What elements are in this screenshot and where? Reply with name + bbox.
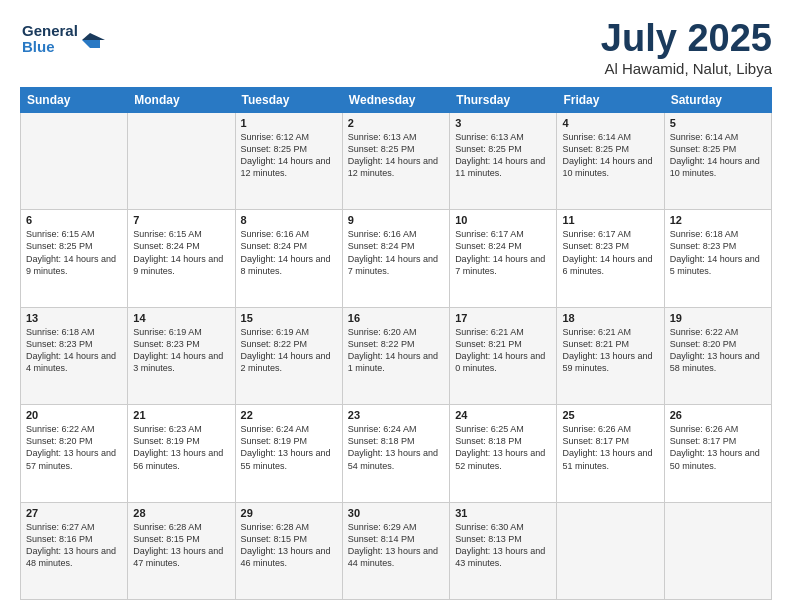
calendar-cell <box>557 502 664 599</box>
calendar-cell: 12Sunrise: 6:18 AM Sunset: 8:23 PM Dayli… <box>664 210 771 307</box>
calendar-week-5: 27Sunrise: 6:27 AM Sunset: 8:16 PM Dayli… <box>21 502 772 599</box>
day-number: 23 <box>348 409 444 421</box>
day-number: 4 <box>562 117 658 129</box>
col-wednesday: Wednesday <box>342 87 449 112</box>
logo-svg: General Blue <box>20 18 110 58</box>
day-number: 7 <box>133 214 229 226</box>
day-number: 6 <box>26 214 122 226</box>
calendar-cell: 22Sunrise: 6:24 AM Sunset: 8:19 PM Dayli… <box>235 405 342 502</box>
svg-marker-3 <box>82 33 105 40</box>
calendar-cell: 5Sunrise: 6:14 AM Sunset: 8:25 PM Daylig… <box>664 112 771 209</box>
calendar-cell: 10Sunrise: 6:17 AM Sunset: 8:24 PM Dayli… <box>450 210 557 307</box>
day-number: 5 <box>670 117 766 129</box>
day-number: 1 <box>241 117 337 129</box>
col-sunday: Sunday <box>21 87 128 112</box>
day-number: 28 <box>133 507 229 519</box>
col-thursday: Thursday <box>450 87 557 112</box>
logo: General Blue <box>20 18 110 58</box>
col-tuesday: Tuesday <box>235 87 342 112</box>
day-number: 18 <box>562 312 658 324</box>
day-number: 3 <box>455 117 551 129</box>
cell-info: Sunrise: 6:15 AM Sunset: 8:24 PM Dayligh… <box>133 228 229 277</box>
day-number: 8 <box>241 214 337 226</box>
cell-info: Sunrise: 6:18 AM Sunset: 8:23 PM Dayligh… <box>670 228 766 277</box>
calendar-week-1: 1Sunrise: 6:12 AM Sunset: 8:25 PM Daylig… <box>21 112 772 209</box>
day-number: 27 <box>26 507 122 519</box>
calendar-cell: 24Sunrise: 6:25 AM Sunset: 8:18 PM Dayli… <box>450 405 557 502</box>
cell-info: Sunrise: 6:26 AM Sunset: 8:17 PM Dayligh… <box>562 423 658 472</box>
col-friday: Friday <box>557 87 664 112</box>
page: General Blue July 2025 Al Hawamid, Nalut… <box>0 0 792 612</box>
calendar-cell: 25Sunrise: 6:26 AM Sunset: 8:17 PM Dayli… <box>557 405 664 502</box>
calendar-cell: 19Sunrise: 6:22 AM Sunset: 8:20 PM Dayli… <box>664 307 771 404</box>
cell-info: Sunrise: 6:19 AM Sunset: 8:22 PM Dayligh… <box>241 326 337 375</box>
calendar-cell: 6Sunrise: 6:15 AM Sunset: 8:25 PM Daylig… <box>21 210 128 307</box>
calendar-cell: 15Sunrise: 6:19 AM Sunset: 8:22 PM Dayli… <box>235 307 342 404</box>
day-number: 25 <box>562 409 658 421</box>
calendar-cell: 30Sunrise: 6:29 AM Sunset: 8:14 PM Dayli… <box>342 502 449 599</box>
calendar-cell: 4Sunrise: 6:14 AM Sunset: 8:25 PM Daylig… <box>557 112 664 209</box>
cell-info: Sunrise: 6:23 AM Sunset: 8:19 PM Dayligh… <box>133 423 229 472</box>
cell-info: Sunrise: 6:17 AM Sunset: 8:24 PM Dayligh… <box>455 228 551 277</box>
cell-info: Sunrise: 6:20 AM Sunset: 8:22 PM Dayligh… <box>348 326 444 375</box>
day-number: 11 <box>562 214 658 226</box>
calendar-cell: 11Sunrise: 6:17 AM Sunset: 8:23 PM Dayli… <box>557 210 664 307</box>
cell-info: Sunrise: 6:26 AM Sunset: 8:17 PM Dayligh… <box>670 423 766 472</box>
cell-info: Sunrise: 6:25 AM Sunset: 8:18 PM Dayligh… <box>455 423 551 472</box>
day-number: 13 <box>26 312 122 324</box>
calendar-cell: 29Sunrise: 6:28 AM Sunset: 8:15 PM Dayli… <box>235 502 342 599</box>
day-number: 2 <box>348 117 444 129</box>
cell-info: Sunrise: 6:29 AM Sunset: 8:14 PM Dayligh… <box>348 521 444 570</box>
day-number: 24 <box>455 409 551 421</box>
day-number: 22 <box>241 409 337 421</box>
calendar-cell: 21Sunrise: 6:23 AM Sunset: 8:19 PM Dayli… <box>128 405 235 502</box>
cell-info: Sunrise: 6:27 AM Sunset: 8:16 PM Dayligh… <box>26 521 122 570</box>
day-number: 12 <box>670 214 766 226</box>
calendar-cell: 2Sunrise: 6:13 AM Sunset: 8:25 PM Daylig… <box>342 112 449 209</box>
calendar-cell: 7Sunrise: 6:15 AM Sunset: 8:24 PM Daylig… <box>128 210 235 307</box>
calendar-header: Sunday Monday Tuesday Wednesday Thursday… <box>21 87 772 112</box>
calendar-cell: 16Sunrise: 6:20 AM Sunset: 8:22 PM Dayli… <box>342 307 449 404</box>
calendar-week-4: 20Sunrise: 6:22 AM Sunset: 8:20 PM Dayli… <box>21 405 772 502</box>
calendar-cell: 14Sunrise: 6:19 AM Sunset: 8:23 PM Dayli… <box>128 307 235 404</box>
day-number: 19 <box>670 312 766 324</box>
calendar-cell: 28Sunrise: 6:28 AM Sunset: 8:15 PM Dayli… <box>128 502 235 599</box>
calendar-cell <box>128 112 235 209</box>
calendar-cell <box>21 112 128 209</box>
calendar-week-3: 13Sunrise: 6:18 AM Sunset: 8:23 PM Dayli… <box>21 307 772 404</box>
day-number: 14 <box>133 312 229 324</box>
calendar-table: Sunday Monday Tuesday Wednesday Thursday… <box>20 87 772 600</box>
calendar-cell: 20Sunrise: 6:22 AM Sunset: 8:20 PM Dayli… <box>21 405 128 502</box>
cell-info: Sunrise: 6:24 AM Sunset: 8:18 PM Dayligh… <box>348 423 444 472</box>
day-number: 29 <box>241 507 337 519</box>
cell-info: Sunrise: 6:16 AM Sunset: 8:24 PM Dayligh… <box>241 228 337 277</box>
calendar-body: 1Sunrise: 6:12 AM Sunset: 8:25 PM Daylig… <box>21 112 772 599</box>
cell-info: Sunrise: 6:18 AM Sunset: 8:23 PM Dayligh… <box>26 326 122 375</box>
calendar-cell: 1Sunrise: 6:12 AM Sunset: 8:25 PM Daylig… <box>235 112 342 209</box>
day-number: 31 <box>455 507 551 519</box>
cell-info: Sunrise: 6:12 AM Sunset: 8:25 PM Dayligh… <box>241 131 337 180</box>
cell-info: Sunrise: 6:21 AM Sunset: 8:21 PM Dayligh… <box>562 326 658 375</box>
cell-info: Sunrise: 6:24 AM Sunset: 8:19 PM Dayligh… <box>241 423 337 472</box>
cell-info: Sunrise: 6:19 AM Sunset: 8:23 PM Dayligh… <box>133 326 229 375</box>
cell-info: Sunrise: 6:14 AM Sunset: 8:25 PM Dayligh… <box>562 131 658 180</box>
cell-info: Sunrise: 6:28 AM Sunset: 8:15 PM Dayligh… <box>133 521 229 570</box>
calendar-cell: 31Sunrise: 6:30 AM Sunset: 8:13 PM Dayli… <box>450 502 557 599</box>
day-number: 10 <box>455 214 551 226</box>
day-number: 20 <box>26 409 122 421</box>
svg-text:Blue: Blue <box>22 38 55 55</box>
calendar-cell: 13Sunrise: 6:18 AM Sunset: 8:23 PM Dayli… <box>21 307 128 404</box>
calendar-cell: 17Sunrise: 6:21 AM Sunset: 8:21 PM Dayli… <box>450 307 557 404</box>
calendar-cell: 9Sunrise: 6:16 AM Sunset: 8:24 PM Daylig… <box>342 210 449 307</box>
cell-info: Sunrise: 6:16 AM Sunset: 8:24 PM Dayligh… <box>348 228 444 277</box>
month-title: July 2025 <box>601 18 772 60</box>
cell-info: Sunrise: 6:28 AM Sunset: 8:15 PM Dayligh… <box>241 521 337 570</box>
col-monday: Monday <box>128 87 235 112</box>
cell-info: Sunrise: 6:22 AM Sunset: 8:20 PM Dayligh… <box>670 326 766 375</box>
cell-info: Sunrise: 6:13 AM Sunset: 8:25 PM Dayligh… <box>348 131 444 180</box>
col-saturday: Saturday <box>664 87 771 112</box>
cell-info: Sunrise: 6:14 AM Sunset: 8:25 PM Dayligh… <box>670 131 766 180</box>
header-row: Sunday Monday Tuesday Wednesday Thursday… <box>21 87 772 112</box>
calendar-cell: 27Sunrise: 6:27 AM Sunset: 8:16 PM Dayli… <box>21 502 128 599</box>
calendar-cell: 8Sunrise: 6:16 AM Sunset: 8:24 PM Daylig… <box>235 210 342 307</box>
